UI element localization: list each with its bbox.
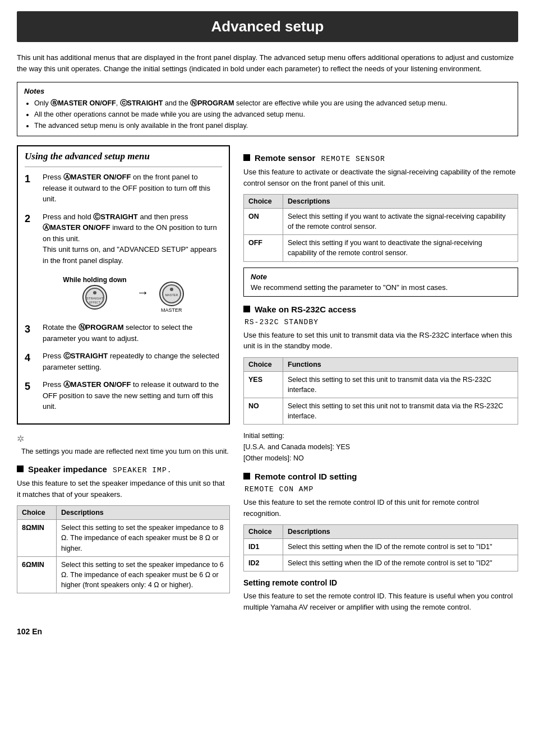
step-5-text: Press ⓐMASTER ON/OFF to release it outwa… [43,379,222,412]
notes-list: Only ⓐMASTER ON/OFF, ⓒSTRAIGHT and the Ⓝ… [24,98,511,131]
remote-sensor-choice-off: OFF [244,235,283,261]
speaker-impedance-section: Speaker impedance SPEAKER IMP. Use this … [17,464,230,593]
advanced-setup-box: Using the advanced setup menu 1 Press ⓐM… [17,145,230,425]
rcid-choice-id1: ID1 [244,539,283,555]
speaker-impedance-title: Speaker impedance [28,464,107,474]
speaker-table-row-8: 8ΩMIN Select this setting to set the spe… [17,520,230,556]
remote-sensor-section: Remote sensor REMOTE SENSOR Use this fea… [243,153,518,297]
remote-sensor-note: Note We recommend setting the parameter … [243,268,518,297]
initial-setting: Initial setting: [U.S.A. and Canada mode… [243,430,518,464]
remote-control-id-section: Remote control ID setting REMOTE CON AMP… [243,472,518,612]
speaker-choice-8: 8ΩMIN [17,520,57,556]
remote-sensor-desc-on: Select this setting if you want to activ… [283,209,518,235]
diagram-knob2-container: MASTER MASTER [159,273,184,313]
speaker-desc-8: Select this setting to set the speaker i… [57,520,230,556]
rcid-header-desc: Descriptions [283,525,518,539]
intro-text: This unit has additional menus that are … [17,52,518,74]
rcid-choice-id2: ID2 [244,555,283,571]
step-5: 5 Press ⓐMASTER ON/OFF to release it out… [25,379,222,412]
remote-control-id-heading: Remote control ID setting [243,472,518,481]
setting-rcid-heading: Setting remote control ID [243,578,518,587]
remote-sensor-note-title: Note [251,273,511,281]
page-title: Advanced setup [17,11,518,42]
step-2-number: 2 [25,211,38,266]
heading-square-2 [243,154,250,161]
speaker-choice-6: 6ΩMIN [17,556,57,593]
remote-sensor-header-choice: Choice [244,195,283,209]
notes-box: Notes Only ⓐMASTER ON/OFF, ⓒSTRAIGHT and… [17,82,518,136]
wake-desc-yes: Select this setting to set this unit to … [283,371,518,398]
wake-desc-no: Select this setting to set this unit not… [283,398,518,424]
tip-container: ✲ The settings you made are reflected ne… [17,434,230,457]
notes-title: Notes [24,87,511,95]
remote-sensor-heading: Remote sensor REMOTE SENSOR [243,153,518,163]
diagram-knob1-container: While holding down STRAIGHT EFFECT [63,276,126,310]
speaker-impedance-heading: Speaker impedance SPEAKER IMP. [17,464,230,474]
step-1: 1 Press ⓐMASTER ON/OFF on the front pane… [25,172,222,205]
remote-control-id-title: Remote control ID setting [255,472,357,481]
wake-rs232c-desc: Use this feature to set this unit to tra… [243,330,518,352]
speaker-desc-6: Select this setting to set the speaker i… [57,556,230,593]
speaker-impedance-desc: Use this feature to set the speaker impe… [17,478,230,500]
step-1-number: 1 [25,172,38,205]
note-item-1: Only ⓐMASTER ON/OFF, ⓒSTRAIGHT and the Ⓝ… [34,98,511,109]
step-4-number: 4 [25,351,38,372]
tip-text: The settings you made are reflected next… [21,446,230,457]
left-column: Using the advanced setup menu 1 Press ⓐM… [17,145,230,617]
speaker-table-header-desc: Descriptions [57,506,230,520]
wake-rs232c-title: Wake on RS-232C access [255,305,356,314]
rcid-row-id1: ID1 Select this setting when the ID of t… [244,539,518,555]
speaker-table-header-choice: Choice [17,506,57,520]
wake-row-yes: YES Select this setting to set this unit… [244,371,518,398]
heading-square [17,465,24,472]
step-5-number: 5 [25,379,38,412]
remote-sensor-desc: Use this feature to activate or deactiva… [243,167,518,188]
note-item-3: The advanced setup menu is only availabl… [34,120,511,131]
diagram-area: While holding down STRAIGHT EFFECT → [25,273,222,313]
svg-text:MASTER: MASTER [165,293,178,297]
remote-sensor-title: Remote sensor [255,153,315,163]
rcid-desc-id2: Select this setting when the ID of the r… [283,555,518,571]
remote-control-id-mono: REMOTE CON AMP [245,485,313,494]
note-item-2: All the other operations cannot be made … [34,109,511,120]
svg-point-1 [93,291,96,294]
step-4: 4 Press ⓒSTRAIGHT repeatedly to change t… [25,351,222,372]
rcid-row-id2: ID2 Select this setting when the ID of t… [244,555,518,571]
wake-row-no: NO Select this setting to set this unit … [244,398,518,424]
wake-rs232c-mono: RS-232C STANDBY [245,318,319,326]
remote-sensor-row-off: OFF Select this setting if you want to d… [244,235,518,261]
remote-sensor-desc-off: Select this setting if you want to deact… [283,235,518,261]
wake-table-header-func: Functions [283,357,518,371]
wake-rs232c-section: Wake on RS-232C access RS-232C STANDBY U… [243,305,518,464]
remote-sensor-table: Choice Descriptions ON Select this setti… [243,194,518,262]
rcid-desc-id1: Select this setting when the ID of the r… [283,539,518,555]
remote-control-id-desc: Use this feature to set the remote contr… [243,497,518,519]
diagram-label2 [159,273,184,280]
right-column: Remote sensor REMOTE SENSOR Use this fea… [243,145,518,617]
heading-square-4 [243,473,250,480]
wake-choice-yes: YES [244,371,283,398]
rcid-header-choice: Choice [244,525,283,539]
wake-rs232c-table: Choice Functions YES Select this setting… [243,357,518,425]
step-3-number: 3 [25,322,38,344]
page-number: 102 En [17,627,518,636]
wake-table-header-choice: Choice [244,357,283,371]
advanced-setup-title: Using the advanced setup menu [25,151,222,162]
diagram-label: While holding down [63,276,126,284]
remote-sensor-note-text: We recommend setting the parameter to "O… [251,283,511,292]
knob-straight: STRAIGHT EFFECT [82,285,107,310]
knob2-label: MASTER [161,307,182,313]
step-2: 2 Press and hold ⓒSTRAIGHT and then pres… [25,211,222,266]
wake-choice-no: NO [244,398,283,424]
svg-text:EFFECT: EFFECT [89,301,100,304]
remote-sensor-choice-on: ON [244,209,283,235]
remote-sensor-row-on: ON Select this setting if you want to ac… [244,209,518,235]
setting-rcid-desc: Use this feature to set the remote contr… [243,591,518,612]
svg-text:STRAIGHT: STRAIGHT [86,297,104,300]
wake-rs232c-heading: Wake on RS-232C access [243,305,518,314]
speaker-table-row-6: 6ΩMIN Select this setting to set the spe… [17,556,230,593]
step-2-text: Press and hold ⓒSTRAIGHT and then press … [43,211,222,266]
tip-icon: ✲ [17,434,230,444]
svg-point-5 [170,288,173,291]
speaker-impedance-table: Choice Descriptions 8ΩMIN Select this se… [17,505,230,593]
